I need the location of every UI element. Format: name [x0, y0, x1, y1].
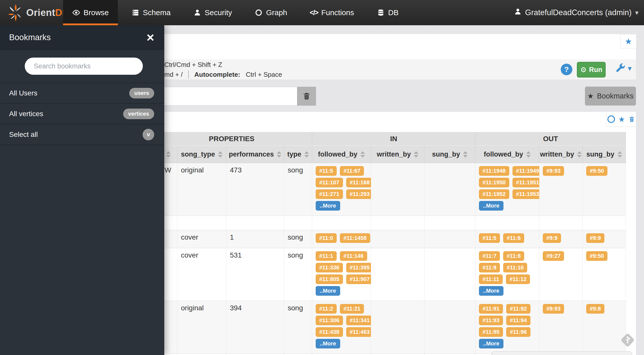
bookmark-star-button[interactable]: ★ — [620, 34, 636, 48]
record-id-badge[interactable]: #11:92 — [506, 304, 530, 314]
record-id-badge[interactable]: #11:805 — [316, 274, 343, 284]
horizontal-scrollbar[interactable] — [492, 351, 632, 355]
record-id-badge[interactable]: #11:1 — [316, 251, 337, 261]
bookmarks-toggle-button[interactable]: ★ Bookmarks — [585, 87, 636, 106]
record-id-badge[interactable]: #11:146 — [340, 251, 367, 261]
trash-icon[interactable] — [628, 116, 635, 123]
record-id-badge[interactable]: #11:94 — [506, 316, 530, 325]
column-header-sung_by[interactable]: sung_by — [583, 146, 626, 163]
tab-functions[interactable]: </>Functions — [301, 0, 363, 25]
wrench-icon[interactable] — [615, 63, 625, 73]
record-id-badge[interactable]: #9:50 — [586, 251, 607, 261]
user-menu[interactable]: GratefulDeadConcerts (admin) ▾ — [514, 0, 638, 25]
bookmark-item[interactable]: All Usersusers — [0, 83, 164, 104]
record-id-badge[interactable]: #9:50 — [586, 166, 607, 176]
record-id-badge[interactable]: #11:1458 — [340, 233, 370, 243]
record-id-badge[interactable]: #11:7 — [479, 251, 500, 261]
column-header-followed_by[interactable]: followed_by — [475, 146, 539, 163]
bookmark-item[interactable]: Select allv — [0, 124, 164, 145]
record-id-badge[interactable]: #11:5 — [316, 166, 337, 176]
sort-icon — [577, 151, 582, 158]
record-id-badge[interactable]: #11:93 — [479, 316, 503, 325]
record-id-badge[interactable]: #9:93 — [543, 304, 564, 314]
run-button[interactable]: ⚙ Run — [577, 62, 606, 78]
column-header-performances[interactable]: performances — [226, 146, 284, 163]
tab-db[interactable]: DB — [368, 0, 408, 25]
record-id-badge[interactable]: #11:1950 — [479, 178, 509, 187]
record-id-badge[interactable]: #11:0 — [316, 233, 337, 243]
column-header-written_by[interactable]: written_by — [371, 146, 424, 163]
record-id-badge[interactable]: #9:8 — [586, 304, 604, 314]
record-id-badge[interactable]: #11:11 — [479, 274, 503, 284]
clear-query-button[interactable] — [297, 87, 316, 106]
table-cell — [371, 248, 424, 301]
record-id-badge[interactable]: #11:9 — [479, 263, 500, 272]
more-button[interactable]: ..More — [316, 201, 340, 211]
circle-icon — [255, 9, 263, 17]
record-id-badge[interactable]: #11:168 — [346, 178, 373, 187]
table-cell: song — [284, 248, 312, 301]
record-id-badge[interactable]: #11:1948 — [479, 166, 509, 176]
record-id-badge[interactable]: #9:27 — [543, 251, 564, 261]
record-id-badge[interactable]: #11:336 — [316, 263, 343, 272]
record-id-badge[interactable]: #11:341 — [346, 316, 373, 325]
cell-song_type: cover — [181, 233, 198, 241]
record-id-badge[interactable]: #11:271 — [316, 189, 343, 199]
record-id-badge[interactable]: #11:463 — [346, 327, 373, 337]
record-id-badge[interactable]: #11:293 — [346, 189, 373, 199]
bookmark-item[interactable]: All verticesvertices — [0, 104, 164, 124]
record-id-badge[interactable]: #11:95 — [479, 327, 503, 337]
record-id-badge[interactable]: #11:395 — [346, 263, 373, 272]
column-header-sung_by[interactable]: sung_by — [424, 146, 475, 163]
record-id-badge[interactable]: #11:8 — [503, 251, 524, 261]
record-id-badge[interactable]: #11:21 — [340, 304, 364, 314]
record-id-badge[interactable]: #11:107 — [316, 178, 343, 187]
record-id-badge[interactable]: #11:12 — [506, 274, 530, 284]
feedback-widget-icon[interactable] — [620, 332, 635, 348]
more-button[interactable]: ..More — [479, 339, 503, 348]
table-cell — [583, 216, 626, 230]
tab-schema[interactable]: Schema — [122, 0, 180, 25]
record-id-badge[interactable]: #9:9 — [586, 233, 604, 243]
cell-performances: 1 — [230, 233, 234, 241]
tab-graph[interactable]: Graph — [246, 0, 296, 25]
chevron-down-icon[interactable]: ▾ — [628, 64, 632, 73]
record-id-badge[interactable]: #11:907 — [346, 274, 373, 284]
star-icon[interactable]: ★ — [618, 115, 625, 124]
more-button[interactable]: ..More — [316, 339, 340, 348]
column-header-written_by[interactable]: written_by — [539, 146, 583, 163]
record-id-badge[interactable]: #11:96 — [506, 327, 530, 337]
record-id-badge[interactable]: #11:2 — [316, 304, 337, 314]
more-button[interactable]: ..More — [479, 286, 503, 296]
bookmarks-search-input[interactable] — [25, 58, 143, 75]
more-button[interactable]: ..More — [316, 286, 340, 296]
table-cell: original — [177, 301, 226, 353]
record-id-badge[interactable]: #11:5 — [479, 233, 500, 243]
record-id-badge[interactable]: #11:6 — [503, 233, 524, 243]
record-id-badge[interactable]: #11:1949 — [513, 166, 543, 176]
table-cell — [371, 354, 424, 355]
circle-icon[interactable] — [607, 115, 615, 123]
record-id-badge[interactable]: #9:93 — [543, 166, 564, 176]
more-button[interactable]: ..More — [479, 201, 503, 211]
table-cell: #11:5#11:67#11:107#11:168#11:271#11:293.… — [312, 163, 371, 216]
column-header-label: followed_by — [318, 150, 357, 158]
record-id-badge[interactable]: #11:67 — [340, 166, 364, 176]
record-id-badge[interactable]: #11:438 — [316, 327, 343, 337]
tab-browse[interactable]: Browse — [63, 0, 118, 25]
column-header-followed_by[interactable]: followed_by — [312, 146, 371, 163]
column-header-type[interactable]: type — [284, 146, 312, 163]
record-id-badge[interactable]: #11:1951 — [513, 178, 543, 187]
tab-security[interactable]: Security — [184, 0, 241, 25]
help-button[interactable]: ? — [561, 64, 572, 75]
record-id-badge[interactable]: #11:1952 — [479, 189, 509, 199]
record-id-badge[interactable]: #9:9 — [543, 233, 561, 243]
record-id-badge[interactable]: #11:91 — [479, 304, 503, 314]
record-id-badge[interactable]: #11:306 — [316, 316, 343, 325]
column-header-song_type[interactable]: song_type — [177, 146, 226, 163]
record-id-badge[interactable]: #11:1953 — [513, 189, 543, 199]
record-id-badge[interactable]: #11:10 — [503, 263, 527, 272]
star-icon: ★ — [625, 37, 632, 46]
close-icon[interactable]: × — [147, 31, 154, 44]
table-cell: song — [284, 230, 312, 248]
